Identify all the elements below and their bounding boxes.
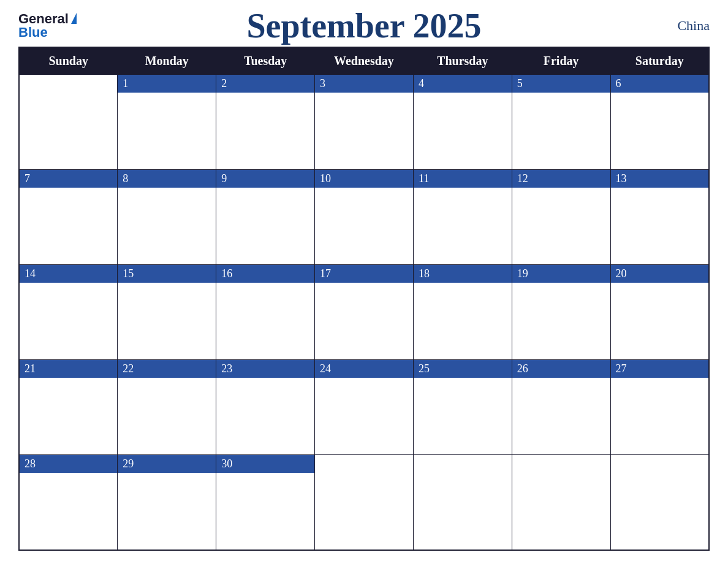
day-number: 21	[20, 360, 117, 378]
calendar-cell-26: 26	[512, 360, 610, 455]
day-number: 13	[611, 170, 708, 188]
calendar-cell-11: 11	[413, 170, 512, 265]
col-saturday: Saturday	[610, 47, 709, 75]
day-number: 19	[512, 265, 610, 283]
calendar-cell-1: 1	[118, 75, 216, 170]
day-number: 3	[315, 75, 413, 93]
logo: General Blue	[18, 12, 92, 39]
day-number: 14	[20, 265, 117, 283]
calendar-cell-25: 25	[413, 360, 512, 455]
col-monday: Monday	[118, 47, 216, 75]
logo-triangle-icon	[71, 13, 77, 24]
calendar-cell-6: 6	[610, 75, 709, 170]
day-number: 5	[512, 75, 610, 93]
day-number: 11	[414, 170, 512, 188]
calendar-cell-empty	[512, 455, 610, 550]
page-header: General Blue September 2025 China	[18, 12, 710, 39]
calendar-cell-empty	[413, 455, 512, 550]
calendar-cell-14: 14	[19, 265, 118, 360]
week-row-2: 7 8 9 10 11 12 13	[19, 170, 709, 265]
col-wednesday: Wednesday	[315, 47, 414, 75]
week-row-5: 28 29 30	[19, 455, 709, 550]
calendar-cell-empty	[610, 455, 709, 550]
col-tuesday: Tuesday	[216, 47, 315, 75]
calendar-cell-22: 22	[118, 360, 216, 455]
col-friday: Friday	[512, 47, 610, 75]
day-number: 22	[118, 360, 216, 378]
calendar-cell-12: 12	[512, 170, 610, 265]
day-number: 25	[414, 360, 512, 378]
logo-general-text: General	[18, 12, 69, 26]
calendar-cell-9: 9	[216, 170, 315, 265]
calendar-cell-4: 4	[413, 75, 512, 170]
col-thursday: Thursday	[413, 47, 512, 75]
day-number: 8	[118, 170, 216, 188]
day-number: 4	[414, 75, 512, 93]
page-title: September 2025	[246, 6, 481, 45]
day-number: 1	[118, 75, 216, 93]
day-number: 7	[20, 170, 117, 188]
day-number: 17	[315, 265, 413, 283]
day-number: 20	[611, 265, 708, 283]
day-number: 23	[216, 360, 314, 378]
day-number: 12	[512, 170, 610, 188]
calendar-cell-29: 29	[118, 455, 216, 550]
calendar-cell-2: 2	[216, 75, 315, 170]
calendar-cell-30: 30	[216, 455, 315, 550]
day-number: 27	[611, 360, 708, 378]
day-number: 2	[216, 75, 314, 93]
calendar-cell-17: 17	[315, 265, 414, 360]
calendar-cell-23: 23	[216, 360, 315, 455]
calendar-cell-28: 28	[19, 455, 118, 550]
calendar-cell-16: 16	[216, 265, 315, 360]
day-number: 26	[512, 360, 610, 378]
week-row-3: 14 15 16 17 18 19 20	[19, 265, 709, 360]
calendar-cell-10: 10	[315, 170, 414, 265]
calendar-cell-13: 13	[610, 170, 709, 265]
day-number: 16	[216, 265, 314, 283]
calendar-cell-8: 8	[118, 170, 216, 265]
calendar-cell-20: 20	[610, 265, 709, 360]
day-number: 29	[118, 455, 216, 473]
calendar-cell-19: 19	[512, 265, 610, 360]
calendar-cell-5: 5	[512, 75, 610, 170]
day-number: 6	[611, 75, 708, 93]
week-row-4: 21 22 23 24 25 26 27	[19, 360, 709, 455]
calendar-header-row: Sunday Monday Tuesday Wednesday Thursday…	[19, 47, 709, 75]
calendar-cell-empty	[315, 455, 414, 550]
calendar-cell-24: 24	[315, 360, 414, 455]
day-number: 15	[118, 265, 216, 283]
calendar-cell-15: 15	[118, 265, 216, 360]
day-number: 24	[315, 360, 413, 378]
day-number: 10	[315, 170, 413, 188]
logo-blue-text: Blue	[18, 26, 48, 39]
calendar-cell-empty	[19, 75, 118, 170]
calendar-cell-3: 3	[315, 75, 414, 170]
calendar-table: Sunday Monday Tuesday Wednesday Thursday…	[18, 47, 710, 551]
calendar-cell-18: 18	[413, 265, 512, 360]
day-number: 18	[414, 265, 512, 283]
day-number: 30	[216, 455, 314, 473]
day-number: 9	[216, 170, 314, 188]
day-number: 28	[20, 455, 117, 473]
calendar-cell-7: 7	[19, 170, 118, 265]
country-label: China	[636, 18, 710, 34]
col-sunday: Sunday	[19, 47, 118, 75]
calendar-cell-27: 27	[610, 360, 709, 455]
calendar-cell-21: 21	[19, 360, 118, 455]
week-row-1: 1 2 3 4 5 6	[19, 75, 709, 170]
